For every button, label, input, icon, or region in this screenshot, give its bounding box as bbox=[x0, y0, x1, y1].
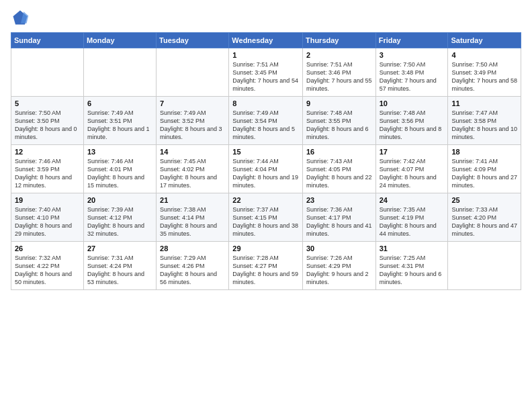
cell-day-number: 31 bbox=[380, 244, 445, 253]
cell-day-number: 25 bbox=[451, 196, 517, 204]
calendar-cell: 15Sunrise: 7:44 AM Sunset: 4:04 PM Dayli… bbox=[229, 145, 303, 193]
cell-day-number: 24 bbox=[380, 196, 445, 204]
calendar-day-header: Thursday bbox=[302, 33, 375, 48]
cell-daylight-info: Sunrise: 7:45 AM Sunset: 4:02 PM Dayligh… bbox=[160, 157, 225, 190]
calendar-cell: 31Sunrise: 7:25 AM Sunset: 4:31 PM Dayli… bbox=[375, 242, 448, 290]
calendar-day-header: Tuesday bbox=[157, 33, 229, 48]
cell-daylight-info: Sunrise: 7:26 AM Sunset: 4:29 PM Dayligh… bbox=[306, 254, 372, 287]
cell-daylight-info: Sunrise: 7:31 AM Sunset: 4:24 PM Dayligh… bbox=[87, 254, 152, 287]
calendar: SundayMondayTuesdayWednesdayThursdayFrid… bbox=[11, 32, 521, 290]
calendar-cell: 26Sunrise: 7:32 AM Sunset: 4:22 PM Dayli… bbox=[11, 242, 84, 290]
calendar-week-row: 5Sunrise: 7:50 AM Sunset: 3:50 PM Daylig… bbox=[11, 97, 521, 145]
calendar-cell: 14Sunrise: 7:45 AM Sunset: 4:02 PM Dayli… bbox=[157, 145, 229, 193]
cell-day-number: 5 bbox=[15, 99, 80, 107]
cell-daylight-info: Sunrise: 7:36 AM Sunset: 4:17 PM Dayligh… bbox=[306, 205, 372, 238]
cell-day-number: 15 bbox=[232, 148, 299, 156]
cell-daylight-info: Sunrise: 7:48 AM Sunset: 3:56 PM Dayligh… bbox=[380, 109, 445, 142]
cell-daylight-info: Sunrise: 7:50 AM Sunset: 3:49 PM Dayligh… bbox=[451, 60, 517, 93]
cell-day-number: 22 bbox=[232, 196, 299, 204]
calendar-cell: 16Sunrise: 7:43 AM Sunset: 4:05 PM Dayli… bbox=[302, 145, 375, 193]
cell-daylight-info: Sunrise: 7:32 AM Sunset: 4:22 PM Dayligh… bbox=[15, 254, 80, 287]
cell-daylight-info: Sunrise: 7:40 AM Sunset: 4:10 PM Dayligh… bbox=[15, 205, 80, 238]
calendar-week-row: 1Sunrise: 7:51 AM Sunset: 3:45 PM Daylig… bbox=[11, 48, 521, 97]
cell-daylight-info: Sunrise: 7:44 AM Sunset: 4:04 PM Dayligh… bbox=[232, 157, 299, 190]
calendar-cell bbox=[157, 48, 229, 97]
logo-icon bbox=[11, 8, 30, 27]
calendar-cell bbox=[448, 242, 521, 290]
cell-day-number: 20 bbox=[87, 196, 152, 204]
cell-daylight-info: Sunrise: 7:47 AM Sunset: 3:58 PM Dayligh… bbox=[451, 109, 517, 142]
cell-day-number: 4 bbox=[451, 51, 517, 59]
calendar-cell: 10Sunrise: 7:48 AM Sunset: 3:56 PM Dayli… bbox=[375, 97, 448, 145]
cell-day-number: 8 bbox=[232, 99, 299, 107]
cell-day-number: 2 bbox=[306, 51, 372, 59]
cell-day-number: 19 bbox=[15, 196, 80, 204]
cell-day-number: 21 bbox=[160, 196, 225, 204]
cell-daylight-info: Sunrise: 7:42 AM Sunset: 4:07 PM Dayligh… bbox=[380, 157, 445, 190]
calendar-day-header: Sunday bbox=[11, 33, 84, 48]
cell-daylight-info: Sunrise: 7:39 AM Sunset: 4:12 PM Dayligh… bbox=[87, 205, 152, 238]
calendar-cell: 7Sunrise: 7:49 AM Sunset: 3:52 PM Daylig… bbox=[157, 97, 229, 145]
cell-day-number: 6 bbox=[87, 99, 152, 107]
cell-day-number: 12 bbox=[15, 148, 80, 156]
calendar-cell bbox=[83, 48, 156, 97]
calendar-cell: 17Sunrise: 7:42 AM Sunset: 4:07 PM Dayli… bbox=[375, 145, 448, 193]
cell-daylight-info: Sunrise: 7:29 AM Sunset: 4:26 PM Dayligh… bbox=[160, 254, 225, 287]
calendar-cell: 23Sunrise: 7:36 AM Sunset: 4:17 PM Dayli… bbox=[302, 193, 375, 242]
cell-daylight-info: Sunrise: 7:50 AM Sunset: 3:50 PM Dayligh… bbox=[15, 109, 80, 142]
calendar-cell: 18Sunrise: 7:41 AM Sunset: 4:09 PM Dayli… bbox=[448, 145, 521, 193]
calendar-week-row: 19Sunrise: 7:40 AM Sunset: 4:10 PM Dayli… bbox=[11, 193, 521, 242]
calendar-cell: 12Sunrise: 7:46 AM Sunset: 3:59 PM Dayli… bbox=[11, 145, 84, 193]
calendar-cell: 19Sunrise: 7:40 AM Sunset: 4:10 PM Dayli… bbox=[11, 193, 84, 242]
cell-day-number: 16 bbox=[306, 148, 372, 156]
cell-day-number: 13 bbox=[87, 148, 152, 156]
cell-daylight-info: Sunrise: 7:51 AM Sunset: 3:46 PM Dayligh… bbox=[306, 60, 372, 93]
calendar-cell: 24Sunrise: 7:35 AM Sunset: 4:19 PM Dayli… bbox=[375, 193, 448, 242]
cell-daylight-info: Sunrise: 7:28 AM Sunset: 4:27 PM Dayligh… bbox=[232, 254, 299, 287]
cell-daylight-info: Sunrise: 7:35 AM Sunset: 4:19 PM Dayligh… bbox=[380, 205, 445, 238]
calendar-day-header: Wednesday bbox=[229, 33, 303, 48]
cell-day-number: 9 bbox=[306, 99, 372, 107]
calendar-cell: 1Sunrise: 7:51 AM Sunset: 3:45 PM Daylig… bbox=[229, 48, 303, 97]
cell-day-number: 18 bbox=[451, 148, 517, 156]
calendar-day-header: Friday bbox=[375, 33, 448, 48]
cell-day-number: 14 bbox=[160, 148, 225, 156]
cell-daylight-info: Sunrise: 7:33 AM Sunset: 4:20 PM Dayligh… bbox=[451, 205, 517, 238]
cell-day-number: 23 bbox=[306, 196, 372, 204]
cell-day-number: 10 bbox=[380, 99, 445, 107]
calendar-cell: 29Sunrise: 7:28 AM Sunset: 4:27 PM Dayli… bbox=[229, 242, 303, 290]
calendar-cell: 6Sunrise: 7:49 AM Sunset: 3:51 PM Daylig… bbox=[83, 97, 156, 145]
cell-daylight-info: Sunrise: 7:48 AM Sunset: 3:55 PM Dayligh… bbox=[306, 109, 372, 142]
header bbox=[11, 8, 521, 27]
calendar-cell: 28Sunrise: 7:29 AM Sunset: 4:26 PM Dayli… bbox=[157, 242, 229, 290]
cell-daylight-info: Sunrise: 7:43 AM Sunset: 4:05 PM Dayligh… bbox=[306, 157, 372, 190]
calendar-cell: 11Sunrise: 7:47 AM Sunset: 3:58 PM Dayli… bbox=[448, 97, 521, 145]
calendar-cell: 30Sunrise: 7:26 AM Sunset: 4:29 PM Dayli… bbox=[302, 242, 375, 290]
logo bbox=[11, 8, 32, 27]
cell-daylight-info: Sunrise: 7:46 AM Sunset: 4:01 PM Dayligh… bbox=[87, 157, 152, 190]
calendar-cell: 21Sunrise: 7:38 AM Sunset: 4:14 PM Dayli… bbox=[157, 193, 229, 242]
calendar-cell: 8Sunrise: 7:49 AM Sunset: 3:54 PM Daylig… bbox=[229, 97, 303, 145]
calendar-cell: 25Sunrise: 7:33 AM Sunset: 4:20 PM Dayli… bbox=[448, 193, 521, 242]
cell-daylight-info: Sunrise: 7:38 AM Sunset: 4:14 PM Dayligh… bbox=[160, 205, 225, 238]
calendar-week-row: 26Sunrise: 7:32 AM Sunset: 4:22 PM Dayli… bbox=[11, 242, 521, 290]
calendar-cell bbox=[11, 48, 84, 97]
calendar-header-row: SundayMondayTuesdayWednesdayThursdayFrid… bbox=[11, 33, 521, 48]
calendar-cell: 27Sunrise: 7:31 AM Sunset: 4:24 PM Dayli… bbox=[83, 242, 156, 290]
cell-day-number: 27 bbox=[87, 244, 152, 253]
calendar-cell: 9Sunrise: 7:48 AM Sunset: 3:55 PM Daylig… bbox=[302, 97, 375, 145]
calendar-cell: 4Sunrise: 7:50 AM Sunset: 3:49 PM Daylig… bbox=[448, 48, 521, 97]
cell-daylight-info: Sunrise: 7:25 AM Sunset: 4:31 PM Dayligh… bbox=[380, 254, 445, 287]
cell-daylight-info: Sunrise: 7:51 AM Sunset: 3:45 PM Dayligh… bbox=[232, 60, 299, 93]
calendar-cell: 13Sunrise: 7:46 AM Sunset: 4:01 PM Dayli… bbox=[83, 145, 156, 193]
calendar-cell: 3Sunrise: 7:50 AM Sunset: 3:48 PM Daylig… bbox=[375, 48, 448, 97]
calendar-cell: 22Sunrise: 7:37 AM Sunset: 4:15 PM Dayli… bbox=[229, 193, 303, 242]
calendar-day-header: Monday bbox=[83, 33, 156, 48]
cell-daylight-info: Sunrise: 7:50 AM Sunset: 3:48 PM Dayligh… bbox=[380, 60, 445, 93]
calendar-cell: 20Sunrise: 7:39 AM Sunset: 4:12 PM Dayli… bbox=[83, 193, 156, 242]
cell-day-number: 26 bbox=[15, 244, 80, 253]
calendar-cell: 2Sunrise: 7:51 AM Sunset: 3:46 PM Daylig… bbox=[302, 48, 375, 97]
cell-daylight-info: Sunrise: 7:41 AM Sunset: 4:09 PM Dayligh… bbox=[451, 157, 517, 190]
calendar-week-row: 12Sunrise: 7:46 AM Sunset: 3:59 PM Dayli… bbox=[11, 145, 521, 193]
cell-daylight-info: Sunrise: 7:49 AM Sunset: 3:54 PM Dayligh… bbox=[232, 109, 299, 142]
